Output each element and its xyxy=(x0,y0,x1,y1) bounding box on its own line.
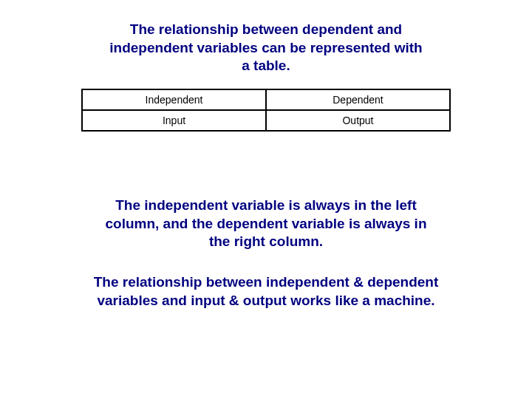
paragraph-1: The independent variable is always in th… xyxy=(103,197,429,251)
cell-dependent: Dependent xyxy=(266,89,450,110)
variables-table: Independent Dependent Input Output xyxy=(81,89,451,132)
cell-output: Output xyxy=(266,110,450,131)
cell-input: Input xyxy=(82,110,266,131)
cell-independent: Independent xyxy=(82,89,266,110)
heading-text: The relationship between dependent and i… xyxy=(107,21,425,75)
table-row: Input Output xyxy=(82,110,450,131)
paragraph-2: The relationship between independent & d… xyxy=(63,273,469,310)
table-row: Independent Dependent xyxy=(82,89,450,110)
